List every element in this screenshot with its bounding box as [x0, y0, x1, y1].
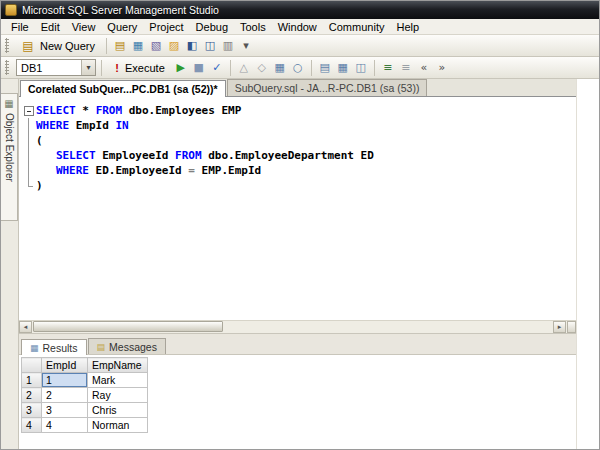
- outline-guide: [22, 178, 36, 193]
- scroll-left-icon[interactable]: ◂: [19, 321, 32, 333]
- scrollbar-thumb[interactable]: [33, 321, 223, 332]
- grid-corner-cell[interactable]: [22, 358, 42, 373]
- scroll-right-icon[interactable]: ▸: [553, 321, 566, 333]
- display-estimated-plan-icon[interactable]: △: [236, 60, 252, 76]
- results-to-text-icon[interactable]: ▤: [317, 60, 333, 76]
- results-tab-label: Messages: [109, 341, 157, 353]
- menu-edit[interactable]: Edit: [35, 20, 66, 34]
- document-area: Corelated SubQuer...PC.DB1 (sa (52))*Sub…: [19, 79, 576, 450]
- open-file-icon[interactable]: ▨: [166, 38, 182, 54]
- new-analysis-services-query-icon[interactable]: ▦: [130, 38, 146, 54]
- code-text: WHERE ED.EmployeeId = EMP.EmpId: [36, 163, 261, 178]
- row-header[interactable]: 4: [22, 418, 42, 433]
- grid-cell[interactable]: 1: [42, 373, 88, 388]
- menu-project[interactable]: Project: [143, 20, 189, 34]
- grid-icon: ▦: [30, 343, 39, 353]
- database-combobox-value: DB1: [17, 62, 81, 74]
- grid-cell[interactable]: Chris: [88, 403, 148, 418]
- new-query-button[interactable]: ▤ New Query: [14, 36, 101, 55]
- code-line: (: [22, 133, 576, 148]
- menu-view[interactable]: View: [66, 20, 102, 34]
- table-row: 44Norman: [22, 418, 148, 433]
- row-header[interactable]: 3: [22, 403, 42, 418]
- column-header[interactable]: EmpId: [42, 358, 88, 373]
- toolbar-separator: [311, 60, 312, 76]
- code-text: WHERE EmpId IN: [36, 118, 129, 133]
- save-icon[interactable]: ◧: [184, 38, 200, 54]
- row-header[interactable]: 2: [22, 388, 42, 403]
- menu-tools[interactable]: Tools: [234, 20, 272, 34]
- results-grid[interactable]: EmpIdEmpName11Mark22Ray33Chris44Norman: [21, 357, 148, 433]
- column-header[interactable]: EmpName: [88, 358, 148, 373]
- decrease-indent-icon[interactable]: «: [416, 60, 432, 76]
- new-mdx-query-icon[interactable]: ▧: [148, 38, 164, 54]
- database-combobox[interactable]: DB1 ▾: [16, 59, 96, 76]
- print-icon[interactable]: ▥: [220, 38, 236, 54]
- debug-icon[interactable]: ▶: [173, 60, 189, 76]
- results-to-file-icon[interactable]: ◫: [353, 60, 369, 76]
- grid-cell[interactable]: 3: [42, 403, 88, 418]
- menu-community[interactable]: Community: [323, 20, 391, 34]
- code-line: SELECT EmployeeId FROM dbo.EmployeeDepar…: [22, 148, 576, 163]
- results-tab-label: Results: [43, 342, 78, 354]
- toolbar-separator: [374, 60, 375, 76]
- cancel-query-icon[interactable]: ■: [191, 60, 207, 76]
- grid-cell[interactable]: Norman: [88, 418, 148, 433]
- title-bar: Microsoft SQL Server Management Studio: [1, 1, 599, 19]
- row-header[interactable]: 1: [22, 373, 42, 388]
- grid-cell[interactable]: Mark: [88, 373, 148, 388]
- execute-label: Execute: [125, 62, 165, 74]
- uncomment-lines-icon[interactable]: ≡: [398, 60, 414, 76]
- query-toolbar-icons: ▶■✓△◇▦○▤▦◫≡≡«»: [173, 60, 450, 76]
- standard-toolbar-icons: ▤▦▧▨◧◫▥▾: [112, 38, 254, 54]
- table-row: 11Mark: [22, 373, 148, 388]
- grid-cell[interactable]: 2: [42, 388, 88, 403]
- outline-guide: [22, 163, 36, 178]
- parse-icon[interactable]: ✓: [209, 60, 225, 76]
- menu-file[interactable]: File: [5, 20, 35, 34]
- results-tab-messages[interactable]: ▤Messages: [88, 338, 166, 354]
- client-area: ▦ Object Explorer Corelated SubQuer...PC…: [1, 79, 599, 450]
- code-area[interactable]: SELECT * FROM dbo.Employees EMPWHERE Emp…: [19, 97, 576, 320]
- results-grid-container: EmpIdEmpName11Mark22Ray33Chris44Norman: [19, 355, 576, 433]
- grid-header-row: EmpIdEmpName: [22, 358, 148, 373]
- grid-cell[interactable]: 4: [42, 418, 88, 433]
- document-tab[interactable]: Corelated SubQuer...PC.DB1 (sa (52))*: [20, 80, 226, 97]
- menu-bar: FileEditViewQueryProjectDebugToolsWindow…: [1, 19, 599, 35]
- include-actual-plan-icon[interactable]: ▦: [272, 60, 288, 76]
- increase-indent-icon[interactable]: »: [434, 60, 450, 76]
- results-tab-results[interactable]: ▦Results: [21, 339, 87, 355]
- toolbar-separator: [230, 60, 231, 76]
- results-to-grid-icon[interactable]: ▦: [335, 60, 351, 76]
- query-options-icon[interactable]: ◇: [254, 60, 270, 76]
- menu-debug[interactable]: Debug: [190, 20, 234, 34]
- grid-cell[interactable]: Ray: [88, 388, 148, 403]
- collapse-toggle-icon[interactable]: [22, 103, 36, 118]
- toolbar-separator: [101, 60, 102, 76]
- table-row: 22Ray: [22, 388, 148, 403]
- code-line: WHERE ED.EmployeeId = EMP.EmpId: [22, 163, 576, 178]
- include-client-statistics-icon[interactable]: ○: [290, 60, 306, 76]
- scrollbar-track[interactable]: [32, 321, 553, 333]
- object-explorer-icon: ▦: [4, 98, 13, 109]
- object-explorer-strip: ▦ Object Explorer: [1, 79, 19, 450]
- combo-dropdown-icon[interactable]: ▾: [81, 60, 95, 75]
- horizontal-scrollbar[interactable]: ◂ ▸: [19, 320, 576, 333]
- toolbar-options-dropdown-icon[interactable]: ▾: [238, 38, 254, 54]
- document-tab[interactable]: SubQuery.sql - JA...R-PC.DB1 (sa (53)): [227, 79, 428, 96]
- menu-help[interactable]: Help: [390, 20, 425, 34]
- execute-button[interactable]: ! Execute: [107, 58, 171, 77]
- menu-window[interactable]: Window: [272, 20, 323, 34]
- code-line: SELECT * FROM dbo.Employees EMP: [22, 103, 576, 118]
- menu-query[interactable]: Query: [101, 20, 143, 34]
- toolbar-grip[interactable]: [5, 38, 9, 53]
- comment-out-lines-icon[interactable]: ≡: [380, 60, 396, 76]
- object-explorer-tab[interactable]: ▦ Object Explorer: [1, 93, 18, 221]
- query-editor[interactable]: SELECT * FROM dbo.Employees EMPWHERE Emp…: [19, 97, 576, 333]
- pane-split-handle[interactable]: [567, 321, 576, 333]
- toolbar-grip[interactable]: [5, 60, 9, 75]
- save-all-icon[interactable]: ◫: [202, 38, 218, 54]
- new-database-engine-query-icon[interactable]: ▤: [112, 38, 128, 54]
- right-filler: [576, 79, 599, 450]
- window-title: Microsoft SQL Server Management Studio: [22, 4, 219, 16]
